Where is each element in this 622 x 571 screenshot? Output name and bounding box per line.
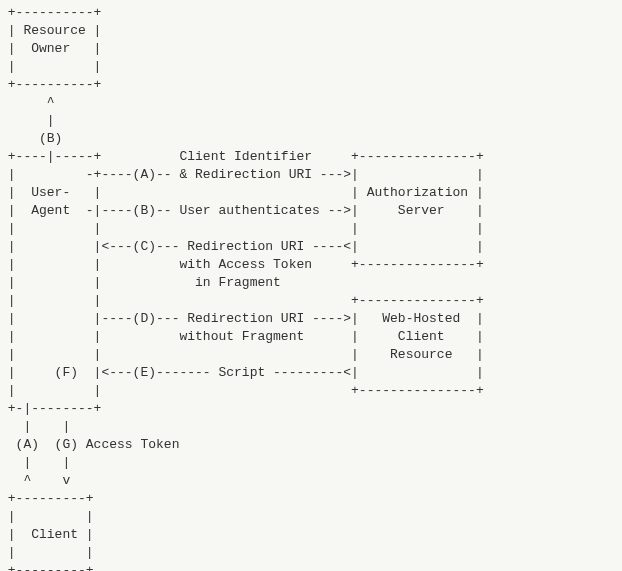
oauth-implicit-flow-diagram: +----------+ | Resource | | Owner | | | … [0,0,622,571]
